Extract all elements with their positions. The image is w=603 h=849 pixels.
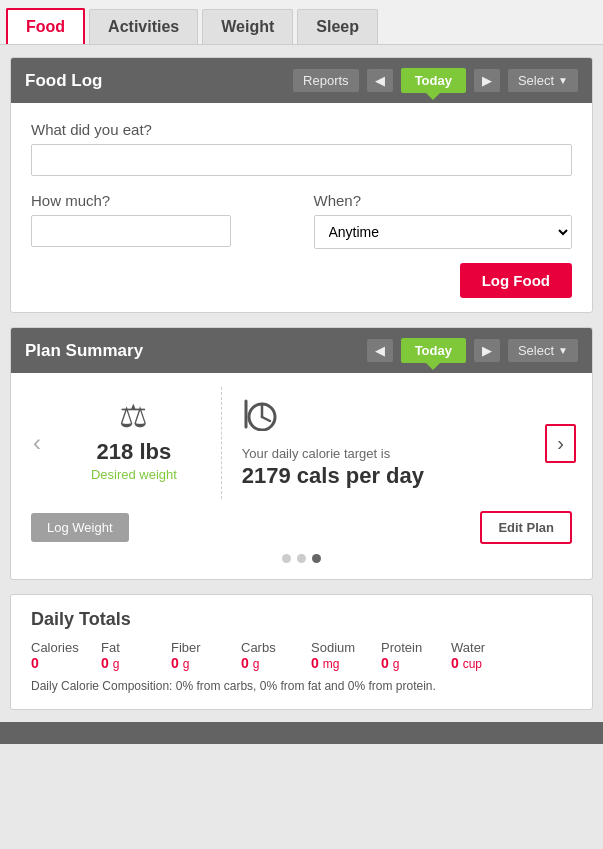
- plan-summary-select-button[interactable]: Select: [508, 339, 578, 362]
- plan-summary-body: ‹ ⚖ 218 lbs Desired weight: [11, 373, 592, 579]
- tab-food-label: Food: [26, 18, 65, 35]
- plan-actions: Log Weight Edit Plan: [27, 511, 576, 544]
- bottom-bar: [0, 722, 603, 744]
- carbs-value: 0 g: [241, 655, 259, 671]
- daily-col-water: Water 0 cup: [451, 640, 501, 671]
- carousel-dots: [27, 554, 576, 563]
- dot-2: [297, 554, 306, 563]
- calories-value: 0: [31, 655, 39, 671]
- what-input[interactable]: [31, 144, 572, 176]
- water-label: Water: [451, 640, 485, 655]
- plan-summary-title: Plan Summary: [25, 341, 359, 361]
- edit-plan-button[interactable]: Edit Plan: [480, 511, 572, 544]
- calorie-value: 2179 cals per day: [242, 463, 526, 489]
- weight-scale-icon: ⚖: [119, 397, 148, 435]
- food-log-body: What did you eat? How much? When? Anytim…: [11, 103, 592, 312]
- what-label: What did you eat?: [31, 121, 572, 138]
- plan-calorie-section: Your daily calorie target is 2179 cals p…: [222, 387, 546, 499]
- water-unit: cup: [463, 657, 482, 671]
- tab-weight[interactable]: Weight: [202, 9, 293, 44]
- daily-col-protein: Protein 0 g: [381, 640, 431, 671]
- plan-slide-prev-button[interactable]: ‹: [27, 429, 47, 457]
- fat-value: 0 g: [101, 655, 119, 671]
- how-much-label: How much?: [31, 192, 290, 209]
- food-log-select-button[interactable]: Select: [508, 69, 578, 92]
- plan-slide-next-button[interactable]: ›: [545, 424, 576, 463]
- tab-sleep-label: Sleep: [316, 18, 359, 35]
- food-log-today-button[interactable]: Today: [401, 68, 466, 93]
- daily-col-fiber: Fiber 0 g: [171, 640, 221, 671]
- daily-col-fat: Fat 0 g: [101, 640, 151, 671]
- protein-label: Protein: [381, 640, 422, 655]
- carbs-unit: g: [253, 657, 260, 671]
- fat-unit: g: [113, 657, 120, 671]
- tab-activities-label: Activities: [108, 18, 179, 35]
- main-content: Food Log Reports ◀ Today ▶ Select What d…: [0, 45, 603, 722]
- daily-col-sodium: Sodium 0 mg: [311, 640, 361, 671]
- fiber-value: 0 g: [171, 655, 189, 671]
- dot-1: [282, 554, 291, 563]
- food-log-reports-button[interactable]: Reports: [293, 69, 359, 92]
- daily-col-calories: Calories 0: [31, 640, 81, 671]
- fat-label: Fat: [101, 640, 120, 655]
- food-log-prev-button[interactable]: ◀: [367, 69, 393, 92]
- sodium-unit: mg: [323, 657, 340, 671]
- plan-weight-section: ⚖ 218 lbs Desired weight: [47, 387, 222, 499]
- carbs-label: Carbs: [241, 640, 276, 655]
- sodium-value: 0 mg: [311, 655, 339, 671]
- daily-totals-title: Daily Totals: [31, 609, 572, 630]
- plan-summary-today-button[interactable]: Today: [401, 338, 466, 363]
- daily-totals-columns: Calories 0 Fat 0 g Fiber 0 g Carbs 0 g S…: [31, 640, 572, 671]
- plan-summary-next-button[interactable]: ▶: [474, 339, 500, 362]
- plan-slide: ‹ ⚖ 218 lbs Desired weight: [27, 387, 576, 499]
- tab-food[interactable]: Food: [6, 8, 85, 44]
- fiber-label: Fiber: [171, 640, 201, 655]
- food-log-header: Food Log Reports ◀ Today ▶ Select: [11, 58, 592, 103]
- log-weight-button[interactable]: Log Weight: [31, 513, 129, 542]
- fiber-unit: g: [183, 657, 190, 671]
- when-label: When?: [314, 192, 573, 209]
- svg-line-3: [262, 417, 270, 421]
- tab-activities[interactable]: Activities: [89, 9, 198, 44]
- protein-value: 0 g: [381, 655, 399, 671]
- food-log-card: Food Log Reports ◀ Today ▶ Select What d…: [10, 57, 593, 313]
- tab-weight-label: Weight: [221, 18, 274, 35]
- when-select[interactable]: Anytime Breakfast Lunch Dinner Snack: [314, 215, 573, 249]
- daily-composition: Daily Calorie Composition: 0% from carbs…: [31, 679, 572, 693]
- log-food-button[interactable]: Log Food: [460, 263, 572, 298]
- food-log-next-button[interactable]: ▶: [474, 69, 500, 92]
- log-food-row: Log Food: [31, 263, 572, 298]
- plan-summary-card: Plan Summary ◀ Today ▶ Select ‹ ⚖ 218 lb…: [10, 327, 593, 580]
- sodium-label: Sodium: [311, 640, 355, 655]
- calories-label: Calories: [31, 640, 79, 655]
- daily-totals-card: Daily Totals Calories 0 Fat 0 g Fiber 0 …: [10, 594, 593, 710]
- food-log-title: Food Log: [25, 71, 285, 91]
- plan-summary-prev-button[interactable]: ◀: [367, 339, 393, 362]
- how-much-col: How much?: [31, 192, 290, 249]
- weight-value: 218 lbs: [97, 439, 172, 465]
- when-col: When? Anytime Breakfast Lunch Dinner Sna…: [314, 192, 573, 249]
- how-when-row: How much? When? Anytime Breakfast Lunch …: [31, 192, 572, 249]
- meal-icon: [242, 397, 526, 438]
- desired-weight-label: Desired weight: [91, 467, 177, 482]
- water-value: 0 cup: [451, 655, 482, 671]
- dot-3: [312, 554, 321, 563]
- tab-sleep[interactable]: Sleep: [297, 9, 378, 44]
- plan-section: ⚖ 218 lbs Desired weight: [47, 387, 545, 499]
- daily-col-carbs: Carbs 0 g: [241, 640, 291, 671]
- protein-unit: g: [393, 657, 400, 671]
- calorie-target-label: Your daily calorie target is: [242, 446, 526, 461]
- tab-bar: Food Activities Weight Sleep: [0, 0, 603, 45]
- plan-summary-header: Plan Summary ◀ Today ▶ Select: [11, 328, 592, 373]
- how-much-input[interactable]: [31, 215, 231, 247]
